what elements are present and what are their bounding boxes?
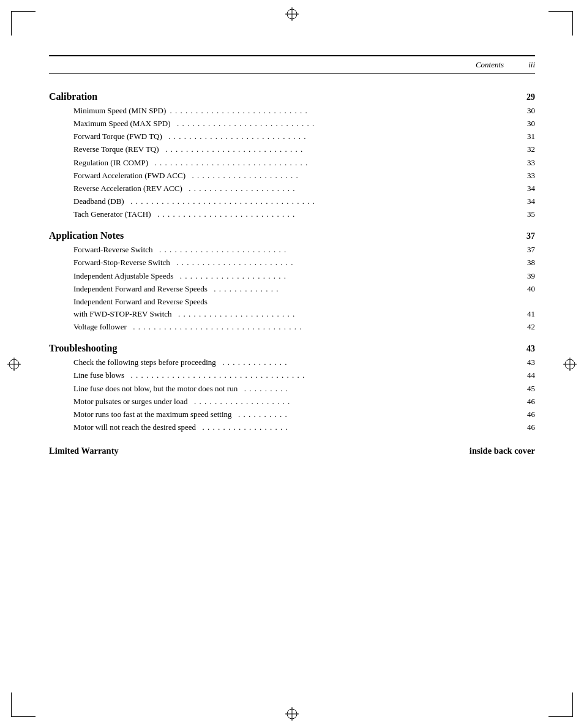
- toc-entry: Deadband (DB) . . . . . . . . . . . . . …: [49, 195, 535, 208]
- toc-entry-dots: . . . . . . . . . . . . . . . . . . . . …: [170, 257, 527, 269]
- toc-entry: Forward Torque (FWD TQ) . . . . . . . . …: [49, 130, 535, 143]
- toc-entry-dots: . . . . . . . . . . . . . . . . .: [196, 421, 527, 433]
- toc-entry-multiline-row2: with FWD-STOP-REV Switch . . . . . . . .…: [73, 308, 535, 320]
- toc-entry-label: Check the following steps before proceed…: [49, 356, 216, 369]
- toc-entry-dots: . . . . . . . . . . . . . . . . . . . . …: [182, 182, 527, 195]
- toc-entry-page: 33: [527, 170, 535, 182]
- toc-entry: Minimum Speed (MIN SPD) . . . . . . . . …: [49, 105, 535, 117]
- toc-entry-page: 43: [527, 356, 535, 369]
- section-troubleshooting: Troubleshooting 43 Check the following s…: [49, 343, 535, 433]
- corner-mark-bottom-left: [11, 692, 36, 717]
- toc-entry-multiline-label1: Independent Forward and Reverse Speeds: [73, 296, 535, 308]
- toc-entry: Reverse Torque (REV TQ) . . . . . . . . …: [49, 143, 535, 156]
- toc-entry-page: 34: [527, 195, 535, 208]
- toc-entry-page: 30: [527, 105, 535, 117]
- toc-entry-dots: . . . . . . . . .: [238, 383, 527, 395]
- toc-entry: Check the following steps before proceed…: [49, 356, 535, 369]
- section-title-application-notes: Application Notes: [49, 230, 124, 241]
- toc-entry: Motor runs too fast at the maximum speed…: [49, 408, 535, 421]
- toc-entry-page: 38: [527, 257, 535, 269]
- toc-entry-label: Line fuse does not blow, but the motor d…: [49, 383, 238, 395]
- toc-entry-page: 42: [527, 321, 535, 333]
- toc-entry-label: Motor pulsates or surges under load: [49, 396, 187, 408]
- toc-entry-dots: . . . . . . . . . . . . .: [216, 356, 527, 369]
- reg-mark-right: [563, 358, 577, 371]
- toc-entry-page: 46: [527, 408, 535, 421]
- toc-entry-dots: . . . . . . . . . . . . . . . . . . . . …: [153, 244, 527, 256]
- toc-entry-label: Line fuse blows: [49, 369, 124, 381]
- toc-entry-dots: . . . . . . . . . . . . . . . . . . . . …: [162, 130, 527, 143]
- toc-entry-label: Regulation (IR COMP): [49, 157, 148, 169]
- toc-entry-page: 40: [527, 283, 535, 295]
- header: Contents iii: [0, 0, 584, 79]
- toc-entry-page: 33: [527, 157, 535, 169]
- toc-entry-page: 34: [527, 182, 535, 195]
- corner-mark-bottom-right: [548, 692, 573, 717]
- toc-entry-dots: . . . . . . . . . . . . . . . . . . . . …: [151, 208, 527, 220]
- section-header-application-notes: Application Notes 37: [49, 230, 535, 241]
- toc-entry-page: 39: [527, 270, 535, 282]
- toc-entry: Independent Adjustable Speeds . . . . . …: [49, 270, 535, 282]
- toc-entry-label: Motor will not reach the desired speed: [49, 421, 196, 433]
- toc-entry: Maximum Speed (MAX SPD) . . . . . . . . …: [49, 118, 535, 130]
- toc-entry-dots: . . . . . . . . . . . . . . . . . . . . …: [185, 170, 527, 182]
- toc-entry-multiline: Independent Forward and Reverse Speeds w…: [49, 296, 535, 320]
- section-header-calibration: Calibration 29: [49, 91, 535, 102]
- toc-entry-page: 30: [527, 118, 535, 130]
- warranty-value: inside back cover: [470, 446, 535, 456]
- section-page-calibration: 29: [526, 92, 535, 102]
- section-page-troubleshooting: 43: [526, 344, 535, 354]
- toc-entry-dots: . . . . . . . . . .: [232, 408, 527, 421]
- toc-entry-multiline-label2: with FWD-STOP-REV Switch: [73, 308, 172, 320]
- header-text: Contents iii: [49, 59, 535, 73]
- toc-entry: Forward-Stop-Reverse Switch . . . . . . …: [49, 257, 535, 269]
- toc-entry-label: Maximum Speed (MAX SPD): [49, 118, 171, 130]
- toc-entry: Independent Forward and Reverse Speeds .…: [49, 283, 535, 295]
- toc-entry-dots: . . . . . . . . . . . . . . . . . . . . …: [148, 157, 527, 169]
- toc-entry-label: Tach Generator (TACH): [49, 208, 151, 220]
- toc-entry: Reverse Acceleration (REV ACC) . . . . .…: [49, 182, 535, 195]
- header-bottom-line: [49, 73, 535, 74]
- toc-entry-label: Independent Adjustable Speeds: [49, 270, 173, 282]
- toc-entry-label: Forward-Reverse Switch: [49, 244, 153, 256]
- toc-entry: Voltage follower . . . . . . . . . . . .…: [49, 321, 535, 333]
- toc-entry-dots: . . . . . . . . . . . . . . . . . . . . …: [166, 105, 527, 117]
- toc-entry: Line fuse does not blow, but the motor d…: [49, 383, 535, 395]
- toc-entry-label: Deadband (DB): [49, 195, 124, 208]
- toc-entry-dots: . . . . . . . . . . . . . . . . . . . . …: [124, 369, 527, 381]
- toc-entry-label: Voltage follower: [49, 321, 127, 333]
- toc-entry-label: Minimum Speed (MIN SPD): [49, 105, 166, 117]
- toc-entry-page: 45: [527, 383, 535, 395]
- toc-entry-label: Independent Forward and Reverse Speeds: [49, 283, 208, 295]
- toc-content: Calibration 29 Minimum Speed (MIN SPD) .…: [0, 79, 584, 468]
- toc-entry-dots: . . . . . . . . . . . . . . . . . . . . …: [173, 270, 527, 282]
- toc-entry-page: 46: [527, 396, 535, 408]
- toc-entry-label: Reverse Acceleration (REV ACC): [49, 182, 182, 195]
- toc-entry-dots: . . . . . . . . . . . . . . . . . . . . …: [124, 195, 527, 208]
- header-top-line: [49, 55, 535, 56]
- toc-entry-page: 32: [527, 143, 535, 156]
- section-calibration: Calibration 29 Minimum Speed (MIN SPD) .…: [49, 91, 535, 220]
- warranty-row: Limited Warranty inside back cover: [49, 446, 535, 456]
- toc-entry-label: Reverse Torque (REV TQ): [49, 143, 159, 156]
- toc-entry-label: Motor runs too fast at the maximum speed…: [49, 408, 232, 421]
- toc-entry: Motor pulsates or surges under load . . …: [49, 396, 535, 408]
- toc-entry: Line fuse blows . . . . . . . . . . . . …: [49, 369, 535, 381]
- toc-entry-label: Forward Acceleration (FWD ACC): [49, 170, 185, 182]
- toc-entry-label: Forward-Stop-Reverse Switch: [49, 257, 170, 269]
- toc-entry: Regulation (IR COMP) . . . . . . . . . .…: [49, 157, 535, 169]
- toc-entry-dots: . . . . . . . . . . . . . . . . . . . . …: [127, 321, 527, 333]
- toc-entry: Motor will not reach the desired speed .…: [49, 421, 535, 433]
- toc-entry-page: 41: [527, 308, 535, 320]
- toc-entry-dots: . . . . . . . . . . . . . . . . . . . . …: [172, 308, 527, 320]
- reg-mark-left: [7, 358, 21, 371]
- header-title: Contents: [476, 60, 504, 70]
- section-application-notes: Application Notes 37 Forward-Reverse Swi…: [49, 230, 535, 333]
- toc-entry-dots: . . . . . . . . . . . . . . . . . . . . …: [159, 143, 527, 156]
- section-page-application-notes: 37: [526, 231, 535, 241]
- section-title-troubleshooting: Troubleshooting: [49, 343, 117, 354]
- section-header-troubleshooting: Troubleshooting 43: [49, 343, 535, 354]
- section-title-calibration: Calibration: [49, 91, 97, 102]
- header-page-number: iii: [528, 60, 535, 70]
- toc-entry-dots: . . . . . . . . . . . . . . . . . . .: [187, 396, 527, 408]
